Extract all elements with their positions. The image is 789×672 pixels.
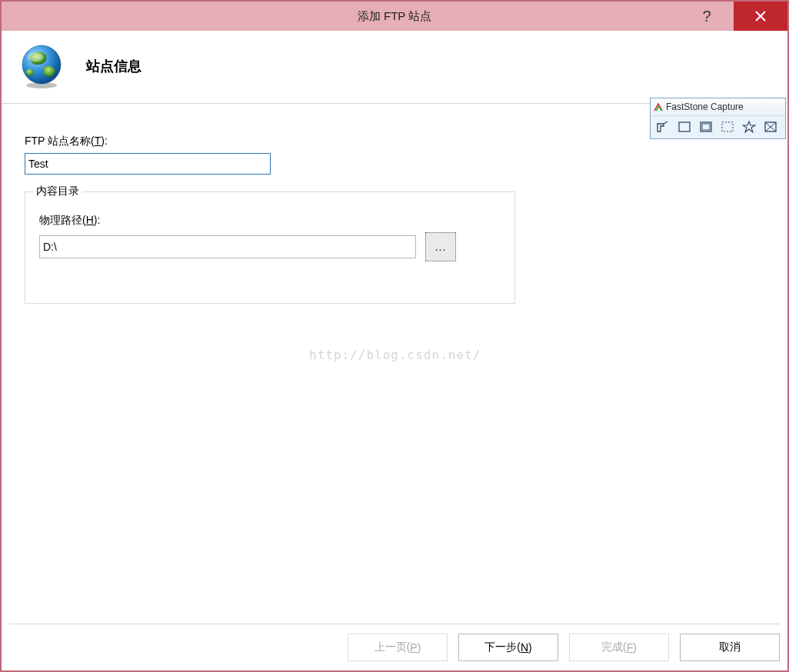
- capture-window-icon[interactable]: [677, 120, 692, 134]
- physical-path-row: ...: [39, 232, 501, 261]
- close-button[interactable]: [734, 2, 787, 31]
- site-name-input[interactable]: [25, 153, 271, 175]
- physical-path-label: 物理路径(H):: [39, 214, 501, 228]
- capture-rect-icon[interactable]: [698, 120, 714, 134]
- close-icon: [754, 10, 767, 22]
- wizard-header: 站点信息: [2, 31, 787, 104]
- faststone-body: [651, 116, 785, 138]
- capture-active-window-icon[interactable]: [655, 120, 671, 134]
- faststone-titlebar[interactable]: FastStone Capture: [651, 98, 785, 116]
- watermark-text: http://blog.csdn.net/: [309, 348, 481, 362]
- svg-rect-7: [679, 122, 690, 131]
- svg-rect-10: [722, 122, 733, 131]
- svg-marker-11: [743, 121, 755, 132]
- titlebar: 添加 FTP 站点 ?: [2, 2, 787, 31]
- physical-path-input[interactable]: [39, 235, 416, 258]
- faststone-logo-icon: [654, 102, 663, 111]
- browse-button[interactable]: ...: [425, 232, 456, 261]
- capture-freehand-icon[interactable]: [720, 120, 735, 134]
- help-button[interactable]: ?: [680, 2, 734, 31]
- svg-marker-6: [658, 124, 664, 131]
- wizard-footer: 上一页(P) 下一步(N) 完成(F) 取消: [9, 624, 780, 661]
- site-name-row: FTP 站点名称(T):: [25, 135, 764, 175]
- dialog-window: 添加 FTP 站点 ?: [0, 0, 789, 672]
- titlebar-controls: ?: [680, 2, 787, 31]
- fieldset-legend: 内容目录: [33, 185, 82, 198]
- faststone-title: FastStone Capture: [666, 101, 744, 112]
- content-directory-fieldset: 内容目录 物理路径(H): ...: [25, 191, 515, 304]
- cancel-button[interactable]: 取消: [680, 634, 780, 661]
- faststone-toolbar[interactable]: FastStone Capture: [650, 98, 786, 139]
- wizard-heading: 站点信息: [86, 57, 141, 75]
- svg-rect-9: [702, 124, 710, 130]
- finish-button[interactable]: 完成(F): [569, 634, 669, 661]
- capture-scrolling-icon[interactable]: [763, 120, 778, 134]
- previous-button[interactable]: 上一页(P): [348, 634, 448, 661]
- window-title: 添加 FTP 站点: [2, 9, 787, 24]
- svg-point-5: [28, 52, 43, 62]
- capture-fullscreen-icon[interactable]: [741, 120, 757, 134]
- next-button[interactable]: 下一步(N): [458, 634, 558, 661]
- svg-point-3: [22, 45, 61, 84]
- globe-icon: [18, 43, 65, 89]
